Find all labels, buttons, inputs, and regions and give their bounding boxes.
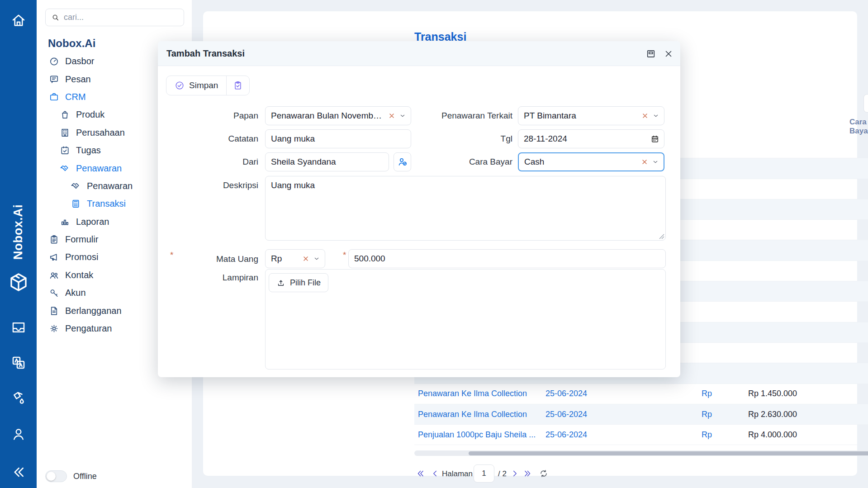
- profile-icon[interactable]: [10, 426, 27, 442]
- clear-icon[interactable]: [302, 255, 309, 262]
- upload-icon: [276, 278, 285, 287]
- required-asterisk: *: [170, 250, 173, 260]
- tgl-value: 28-11-2024: [524, 134, 647, 144]
- refresh-icon[interactable]: [539, 469, 549, 479]
- next-page-icon[interactable]: [510, 469, 520, 479]
- toggle-knob: [47, 472, 56, 481]
- papan-label: Papan: [185, 111, 258, 121]
- icon-dashboard: [49, 56, 59, 66]
- horizontal-scrollbar[interactable]: [414, 450, 868, 456]
- cell-papan[interactable]: Penjualan 1000pc Baju Sheila ...: [418, 430, 536, 440]
- sidebar-search[interactable]: [45, 9, 184, 26]
- window-expand-icon[interactable]: [646, 49, 656, 59]
- last-page-icon[interactable]: [522, 469, 532, 479]
- sidebar-item-label: Pesan: [65, 74, 91, 85]
- save-button-label: Simpan: [189, 81, 218, 90]
- icon-briefcase: [49, 92, 59, 102]
- inbox-icon[interactable]: [10, 319, 27, 336]
- calendar-icon[interactable]: [650, 134, 659, 143]
- translate-icon[interactable]: [10, 355, 27, 371]
- date-filter-input[interactable]: [863, 94, 868, 113]
- sidebar-item-label: Promosi: [65, 252, 98, 262]
- save-button[interactable]: Simpan: [166, 76, 226, 95]
- lampiran-dropzone[interactable]: Pilih File: [265, 269, 666, 370]
- save-template-button[interactable]: [226, 76, 249, 95]
- catatan-input[interactable]: [265, 129, 411, 148]
- cell-mata-uang: Rp: [702, 389, 712, 398]
- cell-papan[interactable]: Penawaran Ke Ilma Collection: [418, 410, 527, 419]
- home-icon[interactable]: [10, 12, 27, 28]
- cell-papan[interactable]: Penawaran Ke Ilma Collection: [418, 389, 527, 398]
- column-header-cara-bayar[interactable]: Cara Bayar: [849, 119, 868, 134]
- cell-nilai: Rp 2.630.000: [748, 410, 797, 419]
- pilih-file-label: Pilih File: [290, 278, 321, 288]
- cell-tgl: 25-06-2024: [545, 410, 587, 419]
- ink-drop-icon[interactable]: [10, 390, 27, 406]
- resize-handle[interactable]: [659, 234, 664, 239]
- tgl-input[interactable]: 28-11-2024: [518, 129, 664, 148]
- mata-uang-label: Mata Uang: [185, 254, 258, 264]
- person-check-icon: [397, 156, 408, 167]
- cara-bayar-select[interactable]: Cash: [518, 152, 664, 171]
- mata-uang-value: Rp: [271, 254, 299, 264]
- chevron-down-icon[interactable]: [399, 112, 406, 119]
- table-row[interactable]: Penawaran Ke Ilma Collection 25-06-2024 …: [414, 404, 868, 425]
- save-button-group: Simpan: [166, 76, 250, 95]
- clear-icon[interactable]: [641, 158, 648, 166]
- cell-nilai: Rp 1.450.000: [748, 389, 797, 398]
- pilih-file-button[interactable]: Pilih File: [269, 273, 328, 292]
- offline-label: Offline: [73, 472, 97, 481]
- papan-select[interactable]: Penawaran Bulan Novembe...: [265, 106, 411, 125]
- cell-mata-uang: Rp: [702, 430, 712, 440]
- prev-page-icon[interactable]: [430, 469, 440, 479]
- cara-bayar-value: Cash: [524, 157, 637, 167]
- deskripsi-textarea[interactable]: Uang muka: [265, 176, 666, 241]
- icon-handshake: [60, 163, 70, 174]
- nilai-input[interactable]: [348, 249, 666, 268]
- sidebar-item-label: Tugas: [76, 145, 101, 156]
- horizontal-scrollbar-thumb[interactable]: [469, 451, 868, 455]
- clear-icon[interactable]: [641, 112, 649, 119]
- sidebar-item-label: Perusahaan: [76, 128, 125, 138]
- clipboard-check-icon: [233, 81, 243, 90]
- icon-message: [49, 74, 59, 85]
- icon-calculator: [71, 199, 81, 209]
- sidebar-item-label: Penawaran: [87, 181, 133, 191]
- page-number-input[interactable]: [474, 464, 494, 483]
- app-rail: Nobox.Ai: [0, 0, 37, 488]
- required-asterisk: *: [343, 250, 346, 260]
- brand-title: Nobox.Ai: [48, 37, 95, 50]
- penawaran-terkait-value: PT Bimantara: [524, 111, 638, 121]
- tambah-transaksi-modal: Tambah Transaksi Simpan Papan Penawaran …: [158, 41, 680, 377]
- table-row[interactable]: Penjualan 1000pc Baju Sheila ... 25-06-2…: [414, 425, 868, 445]
- collapse-sidebar-icon[interactable]: [10, 464, 27, 480]
- dari-input[interactable]: [265, 152, 389, 171]
- clear-icon[interactable]: [388, 112, 395, 119]
- chevron-down-icon[interactable]: [652, 112, 659, 119]
- chevron-down-icon[interactable]: [313, 255, 320, 262]
- table-row[interactable]: Penawaran Ke Ilma Collection 25-06-2024 …: [414, 384, 868, 404]
- first-page-icon[interactable]: [416, 469, 426, 479]
- pick-contact-button[interactable]: [394, 152, 411, 171]
- cell-tgl: 25-06-2024: [545, 430, 587, 440]
- sidebar-item-label: Transaksi: [87, 199, 126, 209]
- sidebar-item-label: Formulir: [65, 234, 98, 245]
- close-icon[interactable]: [664, 49, 674, 59]
- mata-uang-select[interactable]: Rp: [265, 249, 325, 268]
- catatan-label: Catatan: [185, 134, 258, 144]
- dari-label: Dari: [185, 157, 258, 167]
- chevron-down-icon[interactable]: [652, 158, 659, 166]
- sidebar-item-label: Produk: [76, 109, 104, 120]
- search-input[interactable]: [64, 13, 178, 22]
- sidebar-item-label: Akun: [65, 288, 86, 298]
- sidebar-item-label: CRM: [65, 92, 86, 102]
- icon-building: [60, 128, 70, 138]
- offline-toggle[interactable]: [45, 470, 67, 482]
- page-label: Halaman: [442, 469, 473, 479]
- icon-clipboard: [49, 234, 59, 245]
- cell-nilai: Rp 4.000.000: [748, 430, 797, 440]
- penawaran-terkait-select[interactable]: PT Bimantara: [518, 106, 664, 125]
- page-total: / 2: [498, 469, 507, 479]
- icon-chart: [60, 217, 70, 227]
- vertical-brand: Nobox.Ai: [11, 204, 25, 260]
